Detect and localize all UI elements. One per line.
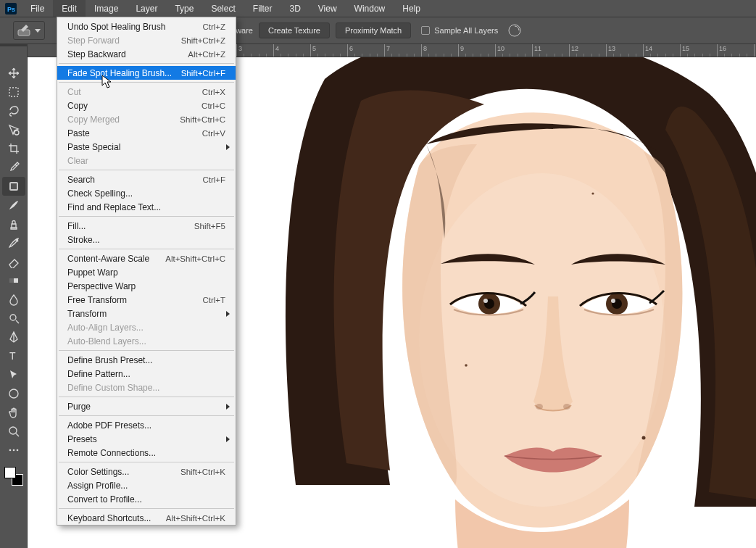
clone-stamp-tool[interactable] [2,215,25,233]
menu-item-presets[interactable]: Presets [57,432,236,446]
menu-separator [59,82,234,83]
menu-item-puppet-warp[interactable]: Puppet Warp [57,265,236,279]
menu-item-fade-spot-healing-brush[interactable]: Fade Spot Healing Brush...Shift+Ctrl+F [57,66,236,80]
brush-tool[interactable] [2,196,25,215]
menu-item-keyboard-shortcuts[interactable]: Keyboard Shortcuts...Alt+Shift+Ctrl+K [57,511,236,525]
menu-separator [59,350,234,351]
menu-3d[interactable]: 3D [281,0,309,17]
menu-filter[interactable]: Filter [244,0,281,17]
type-button-create-texture[interactable]: Create Texture [259,22,330,38]
toolbar: T [0,46,28,548]
menu-item-convert-to-profile[interactable]: Convert to Profile... [57,492,236,506]
menu-item-shortcut: Ctrl+F [202,175,225,184]
chevron-down-icon [35,29,41,33]
menu-item-clear: Clear [57,154,236,167]
color-chips[interactable] [4,467,23,486]
menu-item-assign-profile[interactable]: Assign Profile... [57,478,236,492]
dodge-tool[interactable] [2,309,25,328]
menu-item-label: Assign Profile... [67,481,128,491]
menu-item-shortcut: Alt+Shift+Ctrl+C [165,254,225,263]
menu-item-search[interactable]: SearchCtrl+F [57,173,236,186]
menu-item-purge[interactable]: Purge [57,399,236,413]
hand-tool[interactable] [2,403,25,422]
path-select-tool[interactable] [2,365,25,384]
menu-item-define-custom-shape: Define Custom Shape... [57,381,236,394]
menu-item-shortcut: Ctrl+C [202,101,225,110]
svg-point-25 [563,404,570,410]
ruler-tick-label: 11 [534,45,541,52]
menu-item-check-spelling[interactable]: Check Spelling... [57,186,236,200]
svg-rect-9 [9,278,14,283]
healing-brush-tool[interactable] [2,177,25,196]
tablet-pressure-icon[interactable] [507,22,523,38]
menu-edit[interactable]: Edit [53,0,86,17]
svg-text:Ps: Ps [7,6,15,13]
menu-item-paste[interactable]: PasteCtrl+V [57,126,236,140]
type-tool[interactable]: T [2,346,25,365]
history-brush-tool[interactable] [2,233,25,252]
menu-item-shortcut: Ctrl+X [202,88,225,96]
submenu-arrow-icon [226,436,230,442]
menu-item-color-settings[interactable]: Color Settings...Shift+Ctrl+K [57,465,236,478]
menu-item-content-aware-scale[interactable]: Content-Aware ScaleAlt+Shift+Ctrl+C [57,252,236,265]
svg-text:T: T [9,350,16,362]
eyedropper-tool[interactable] [2,158,25,177]
menu-item-define-brush-preset[interactable]: Define Brush Preset... [57,353,236,367]
menu-item-label: Step Backward [67,49,126,59]
edit-toolbar[interactable] [2,441,25,460]
menu-image[interactable]: Image [86,0,127,17]
menu-item-find-and-replace-text[interactable]: Find and Replace Text... [57,200,236,214]
svg-point-10 [10,315,16,320]
menu-item-label: Clear [67,156,88,166]
ruler-tick-label: 7 [386,45,390,52]
menu-type[interactable]: Type [166,0,202,17]
menu-item-label: Auto-Align Layers... [67,323,144,333]
move-tool[interactable] [2,64,25,83]
lasso-tool[interactable] [2,101,25,120]
menu-view[interactable]: View [310,0,346,17]
svg-point-28 [591,192,594,194]
menu-item-label: Remote Connections... [67,448,156,458]
ruler-tick-label: 9 [460,45,464,52]
menu-select[interactable]: Select [202,0,244,17]
tool-preset-picker[interactable] [13,21,45,40]
menu-item-paste-special[interactable]: Paste Special [57,140,236,154]
menu-item-fill[interactable]: Fill...Shift+F5 [57,219,236,233]
menu-item-adobe-pdf-presets[interactable]: Adobe PDF Presets... [57,418,236,432]
menu-item-label: Copy Merged [67,115,120,125]
zoom-tool[interactable] [2,422,25,441]
svg-point-23 [611,299,615,303]
gradient-tool[interactable] [2,271,25,290]
menu-window[interactable]: Window [346,0,394,17]
shape-tool[interactable] [2,384,25,403]
menu-file[interactable]: File [22,0,53,17]
blur-tool[interactable] [2,290,25,309]
menu-item-copy[interactable]: CopyCtrl+C [57,99,236,112]
crop-tool[interactable] [2,139,25,158]
ruler-tick-label: 15 [682,45,689,52]
menu-item-label: Perspective Warp [67,281,136,291]
menu-help[interactable]: Help [394,0,429,17]
menu-item-free-transform[interactable]: Free TransformCtrl+T [57,293,236,307]
menu-item-remote-connections[interactable]: Remote Connections... [57,446,236,460]
pen-tool[interactable] [2,328,25,346]
svg-point-13 [9,427,17,434]
edit-menu-dropdown: Undo Spot Healing BrushCtrl+ZStep Forwar… [57,17,236,526]
menu-layer[interactable]: Layer [127,0,166,17]
menu-item-shortcut: Shift+Ctrl+Z [181,36,225,45]
menu-item-shortcut: Ctrl+Z [202,22,225,31]
menu-item-perspective-warp[interactable]: Perspective Warp [57,279,236,293]
quick-select-tool[interactable] [2,120,25,139]
type-button-proximity-match[interactable]: Proximity Match [336,22,411,38]
eraser-tool[interactable] [2,252,25,271]
menu-item-transform[interactable]: Transform [57,307,236,320]
menu-item-label: Define Custom Shape... [67,383,159,393]
menu-item-define-pattern[interactable]: Define Pattern... [57,367,236,381]
marquee-tool[interactable] [2,83,25,101]
menu-item-label: Auto-Blend Layers... [67,336,146,346]
menu-item-undo-spot-healing-brush[interactable]: Undo Spot Healing BrushCtrl+Z [57,20,236,33]
sample-all-layers-checkbox[interactable]: Sample All Layers [421,26,498,35]
menu-item-shortcut: Ctrl+T [202,296,225,304]
menu-item-step-backward[interactable]: Step BackwardAlt+Ctrl+Z [57,47,236,61]
menu-item-stroke[interactable]: Stroke... [57,233,236,246]
